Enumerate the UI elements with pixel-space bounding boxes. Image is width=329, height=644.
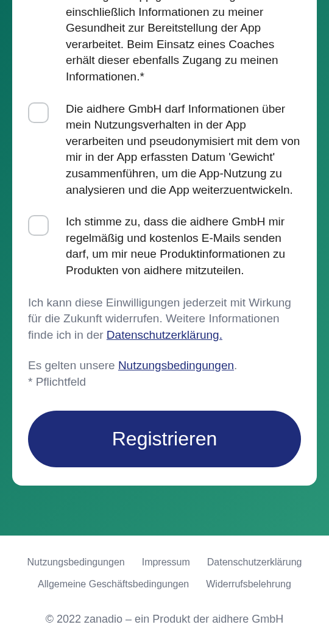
footer-links-row-1: Nutzungsbedingungen Impressum Datenschut…	[12, 557, 317, 568]
terms-suffix: .	[234, 359, 237, 372]
required-field-label: * Pflichtfeld	[28, 375, 86, 388]
registration-card: Nutzung der App gemachten Angaben einsch…	[12, 0, 317, 486]
footer-link-agb[interactable]: Allgemeine Geschäftsbedingungen	[38, 579, 189, 590]
copyright: © 2022 zanadio – ein Produkt der aidhere…	[12, 613, 317, 626]
consent-text-health: Nutzung der App gemachten Angaben einsch…	[66, 0, 301, 85]
footer-link-terms[interactable]: Nutzungsbedingungen	[27, 557, 125, 568]
terms-info: Es gelten unsere Nutzungsbedingungen. * …	[28, 358, 301, 390]
consent-item-usage: Die aidhere GmbH darf Informationen über…	[28, 101, 301, 199]
footer-link-imprint[interactable]: Impressum	[142, 557, 190, 568]
terms-prefix: Es gelten unsere	[28, 359, 118, 372]
consent-text-usage: Die aidhere GmbH darf Informationen über…	[66, 101, 301, 199]
terms-link[interactable]: Nutzungsbedingungen	[118, 359, 234, 372]
checkbox-email-marketing[interactable]	[28, 215, 49, 236]
footer: Nutzungsbedingungen Impressum Datenschut…	[0, 536, 329, 644]
consent-item-email: Ich stimme zu, dass die aidhere GmbH mir…	[28, 214, 301, 278]
footer-link-withdrawal[interactable]: Widerrufsbelehrung	[206, 579, 291, 590]
privacy-link[interactable]: Datenschutzerklärung.	[107, 328, 222, 341]
consent-text-email: Ich stimme zu, dass die aidhere GmbH mir…	[66, 214, 301, 278]
checkbox-usage-analytics[interactable]	[28, 102, 49, 123]
footer-links-row-2: Allgemeine Geschäftsbedingungen Widerruf…	[12, 579, 317, 590]
withdraw-info: Ich kann diese Einwilligungen jederzeit …	[28, 295, 301, 344]
footer-link-privacy[interactable]: Datenschutzerklärung	[207, 557, 302, 568]
register-button[interactable]: Registrieren	[28, 411, 301, 467]
